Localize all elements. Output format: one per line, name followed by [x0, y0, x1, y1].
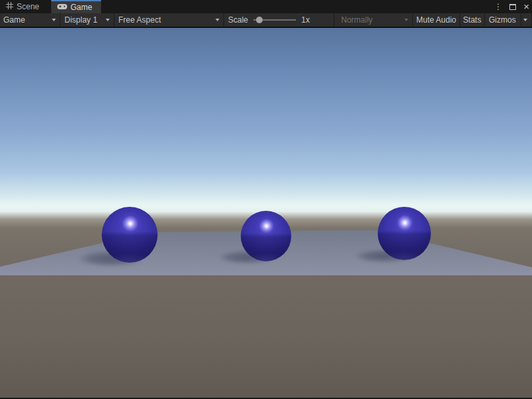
enter-play-mode-dropdown[interactable]: Normally: [337, 13, 413, 27]
close-icon[interactable]: ×: [522, 2, 531, 11]
scale-label: Scale: [228, 15, 248, 25]
chevron-down-icon: [404, 19, 408, 21]
display-label: Display 1: [65, 15, 97, 25]
grid-icon: [6, 2, 13, 11]
kebab-menu-icon[interactable]: ⋮: [493, 3, 503, 11]
scale-slider-thumb[interactable]: [256, 17, 263, 23]
play-mode-label: Normally: [341, 15, 372, 25]
tab-game[interactable]: Game: [51, 0, 101, 13]
window-controls: ⋮ ×: [493, 0, 531, 13]
scale-control: Scale 1x: [224, 13, 334, 27]
gizmos-dropdown[interactable]: Gizmos: [485, 13, 532, 27]
chevron-down-icon: [215, 19, 219, 21]
tab-scene[interactable]: Scene: [0, 0, 51, 13]
mute-audio-label: Mute Audio: [416, 15, 456, 25]
stats-label: Stats: [463, 15, 481, 25]
scale-slider[interactable]: [253, 17, 296, 23]
view-mode-dropdown[interactable]: Game: [0, 13, 61, 27]
tab-scene-label: Scene: [17, 2, 39, 11]
view-mode-label: Game: [3, 15, 25, 25]
aspect-label: Free Aspect: [118, 15, 161, 25]
tab-bar: Scene Game ⋮ ×: [0, 0, 532, 13]
chevron-down-icon: [106, 19, 110, 21]
blue-sphere: [241, 211, 291, 261]
gamepad-icon: [57, 3, 67, 12]
blue-sphere: [102, 207, 158, 263]
game-view-toolbar: Game Display 1 Free Aspect Scale 1x Norm…: [0, 13, 532, 28]
chevron-down-icon: [523, 19, 527, 21]
chevron-down-icon: [52, 19, 56, 21]
ground-plane: [0, 275, 532, 398]
game-viewport[interactable]: [0, 28, 532, 398]
stats-button[interactable]: Stats: [460, 13, 485, 27]
scale-value: 1x: [301, 15, 310, 25]
display-dropdown[interactable]: Display 1: [61, 13, 114, 27]
unity-game-panel: Scene Game ⋮ × Game Display 1 Free Aspec…: [0, 0, 532, 399]
gizmos-arrow-button[interactable]: [521, 13, 531, 27]
tab-game-label: Game: [70, 3, 92, 12]
blue-sphere: [378, 207, 431, 260]
gizmos-label: Gizmos: [489, 15, 516, 25]
aspect-ratio-dropdown[interactable]: Free Aspect: [114, 13, 224, 27]
mute-audio-button[interactable]: Mute Audio: [413, 13, 460, 27]
maximize-icon[interactable]: [509, 4, 516, 10]
